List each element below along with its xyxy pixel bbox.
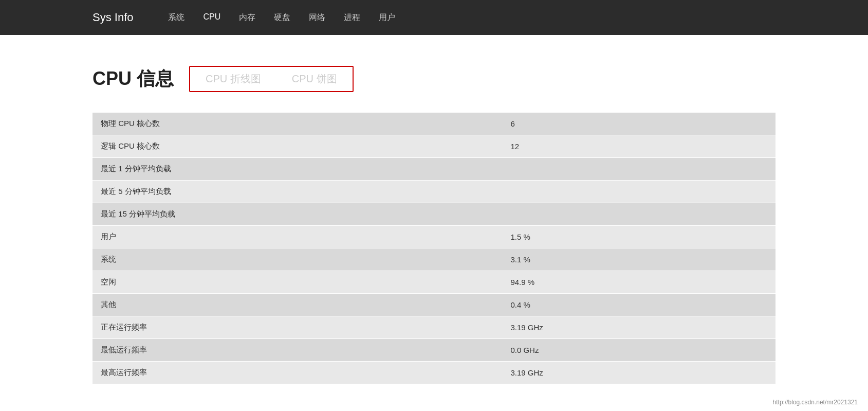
tab-group: CPU 折线图CPU 饼图 bbox=[189, 66, 354, 92]
nav-network[interactable]: 网络 bbox=[305, 10, 329, 25]
table-cell-label: 正在运行频率 bbox=[93, 316, 502, 339]
table-row: 物理 CPU 核心数6 bbox=[93, 113, 775, 135]
nav-user[interactable]: 用户 bbox=[375, 10, 399, 25]
nav-system[interactable]: 系统 bbox=[164, 10, 189, 25]
table-cell-value bbox=[502, 181, 775, 203]
table-row: 最近 1 分钟平均负载 bbox=[93, 158, 775, 181]
data-table: 物理 CPU 核心数6逻辑 CPU 核心数12最近 1 分钟平均负载最近 5 分… bbox=[93, 113, 775, 384]
table-row: 用户1.5 % bbox=[93, 226, 775, 248]
nav-disk[interactable]: 硬盘 bbox=[270, 10, 294, 25]
footer: http://blog.csdn.net/mr2021321 bbox=[773, 399, 858, 406]
table-cell-value: 12 bbox=[502, 135, 775, 158]
table-cell-value: 1.5 % bbox=[502, 226, 775, 248]
table-cell-value: 6 bbox=[502, 113, 775, 135]
page-header: CPU 信息 CPU 折线图CPU 饼图 bbox=[93, 66, 775, 92]
table-cell-label: 用户 bbox=[93, 226, 502, 248]
table-row: 最近 15 分钟平均负载 bbox=[93, 203, 775, 226]
tab-pie-chart[interactable]: CPU 饼图 bbox=[276, 67, 353, 91]
nav-items: 系统CPU内存硬盘网络进程用户 bbox=[164, 10, 399, 25]
table-cell-value bbox=[502, 158, 775, 181]
table-row: 最高运行频率3.19 GHz bbox=[93, 362, 775, 384]
table-row: 正在运行频率3.19 GHz bbox=[93, 316, 775, 339]
navbar: Sys Info 系统CPU内存硬盘网络进程用户 bbox=[0, 0, 868, 35]
table-cell-value: 0.4 % bbox=[502, 294, 775, 316]
navbar-brand: Sys Info bbox=[93, 11, 133, 24]
table-row: 最近 5 分钟平均负载 bbox=[93, 181, 775, 203]
table-cell-value: 3.19 GHz bbox=[502, 362, 775, 384]
nav-cpu[interactable]: CPU bbox=[199, 10, 225, 25]
table-row: 系统3.1 % bbox=[93, 248, 775, 271]
table-cell-label: 最近 1 分钟平均负载 bbox=[93, 158, 502, 181]
table-cell-value: 3.1 % bbox=[502, 248, 775, 271]
table-cell-value: 3.19 GHz bbox=[502, 316, 775, 339]
table-cell-value: 0.0 GHz bbox=[502, 339, 775, 362]
table-row: 空闲94.9 % bbox=[93, 271, 775, 294]
table-cell-label: 其他 bbox=[93, 294, 502, 316]
table-cell-label: 物理 CPU 核心数 bbox=[93, 113, 502, 135]
table-cell-label: 最高运行频率 bbox=[93, 362, 502, 384]
table-cell-label: 最低运行频率 bbox=[93, 339, 502, 362]
tab-line-chart[interactable]: CPU 折线图 bbox=[190, 67, 276, 91]
main-content: CPU 信息 CPU 折线图CPU 饼图 物理 CPU 核心数6逻辑 CPU 核… bbox=[0, 35, 868, 405]
table-cell-label: 系统 bbox=[93, 248, 502, 271]
table-cell-value: 94.9 % bbox=[502, 271, 775, 294]
table-row: 最低运行频率0.0 GHz bbox=[93, 339, 775, 362]
table-row: 其他0.4 % bbox=[93, 294, 775, 316]
table-cell-label: 空闲 bbox=[93, 271, 502, 294]
table-row: 逻辑 CPU 核心数12 bbox=[93, 135, 775, 158]
table-cell-label: 最近 15 分钟平均负载 bbox=[93, 203, 502, 226]
page-title: CPU 信息 bbox=[93, 66, 174, 92]
nav-process[interactable]: 进程 bbox=[340, 10, 364, 25]
table-cell-value bbox=[502, 203, 775, 226]
table-cell-label: 逻辑 CPU 核心数 bbox=[93, 135, 502, 158]
nav-memory[interactable]: 内存 bbox=[235, 10, 260, 25]
footer-text: http://blog.csdn.net/mr2021321 bbox=[773, 399, 858, 406]
table-cell-label: 最近 5 分钟平均负载 bbox=[93, 181, 502, 203]
